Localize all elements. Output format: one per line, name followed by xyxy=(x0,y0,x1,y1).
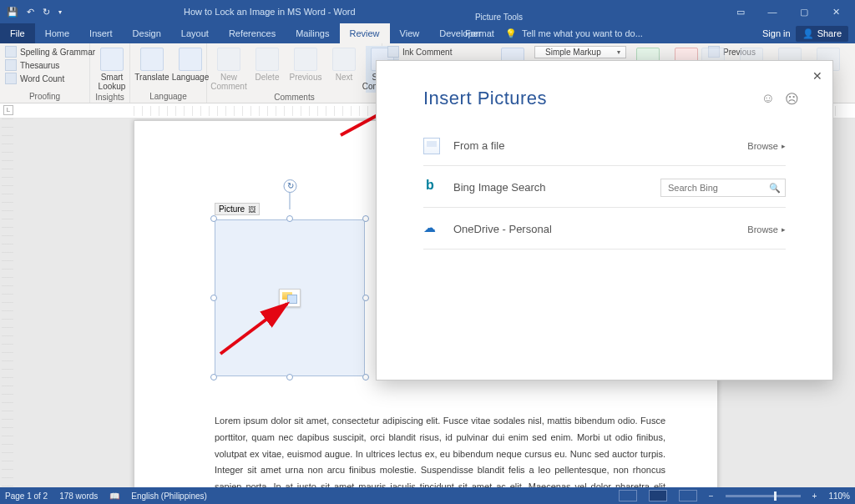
onedrive-icon xyxy=(423,221,440,238)
word-count-status[interactable]: 178 words xyxy=(59,491,98,501)
group-label-comments: Comments xyxy=(212,93,377,103)
resize-handle-n[interactable] xyxy=(286,215,293,222)
group-label-proofing: Proofing xyxy=(5,92,84,103)
search-icon[interactable]: 🔍 xyxy=(769,182,781,193)
zoom-slider[interactable] xyxy=(726,495,801,497)
document-title: How to Lock an Image in MS Word - Word xyxy=(184,7,356,17)
tab-review[interactable]: Review xyxy=(340,23,390,43)
tab-mailings[interactable]: Mailings xyxy=(286,23,339,43)
smart-lookup-icon xyxy=(100,48,124,71)
translate-button[interactable]: Translate xyxy=(135,46,169,83)
status-bar: Page 1 of 2 178 words 📖 English (Philipp… xyxy=(0,487,855,504)
body-paragraph[interactable]: Lorem ipsum dolor sit amet, consectetur … xyxy=(215,413,665,487)
picture-placeholder[interactable]: Picture xyxy=(215,219,365,376)
language-status[interactable]: English (Philippines) xyxy=(131,491,207,501)
ink-comment-button[interactable]: Ink Comment xyxy=(387,46,452,58)
titlebar: 💾 ↶ ↻ ▾ How to Lock an Image in MS Word … xyxy=(0,0,855,23)
word-count-button[interactable]: Word Count xyxy=(5,73,95,84)
resize-handle-se[interactable] xyxy=(362,374,369,381)
bing-search-row[interactable]: Bing Image Search 🔍 xyxy=(423,168,786,208)
redo-icon[interactable]: ↻ xyxy=(43,7,50,18)
tab-stop-selector[interactable]: L xyxy=(3,105,13,115)
web-layout-button[interactable] xyxy=(679,490,697,501)
thesaurus-icon xyxy=(5,59,17,71)
onedrive-label: OneDrive - Personal xyxy=(453,223,552,235)
chevron-right-icon: ▸ xyxy=(782,142,786,150)
language-icon xyxy=(179,48,202,71)
vertical-ruler[interactable] xyxy=(2,118,13,487)
minimize-button[interactable]: — xyxy=(756,0,788,23)
resize-handle-w[interactable] xyxy=(210,295,217,301)
next-comment-button[interactable]: Next xyxy=(327,46,361,83)
maximize-button[interactable]: ▢ xyxy=(788,0,820,23)
word-count-icon xyxy=(5,73,17,84)
picture-floating-label[interactable]: Picture xyxy=(215,203,260,215)
share-button[interactable]: 👤 Share xyxy=(796,26,848,42)
qat-dropdown-icon[interactable]: ▾ xyxy=(58,8,62,16)
delete-comment-icon xyxy=(255,48,279,71)
resize-handle-s[interactable] xyxy=(286,374,293,381)
next-comment-icon xyxy=(332,48,356,71)
feedback-sad-icon[interactable]: ☹ xyxy=(785,91,799,107)
chevron-right-icon: ▸ xyxy=(782,225,786,234)
quick-access-toolbar: 💾 ↶ ↻ ▾ xyxy=(0,7,62,18)
save-icon[interactable]: 💾 xyxy=(7,7,18,18)
group-label-language: Language xyxy=(135,92,201,103)
picture-placeholder-icon xyxy=(279,289,301,307)
rotate-handle[interactable] xyxy=(290,191,291,209)
translate-icon xyxy=(140,48,164,71)
resize-handle-nw[interactable] xyxy=(210,215,217,222)
spelling-grammar-button[interactable]: Spelling & Grammar xyxy=(5,46,95,58)
feedback-happy-icon[interactable]: ☺ xyxy=(761,91,775,107)
new-comment-button[interactable]: New Comment xyxy=(212,46,245,93)
tab-design[interactable]: Design xyxy=(123,23,171,43)
from-file-row[interactable]: From a file Browse▸ xyxy=(423,126,786,166)
thesaurus-button[interactable]: Thesaurus xyxy=(5,59,95,71)
page-indicator[interactable]: Page 1 of 2 xyxy=(5,491,48,501)
spell-check-icon xyxy=(5,46,17,58)
resize-handle-sw[interactable] xyxy=(210,374,217,381)
dialog-title: Insert Pictures xyxy=(423,88,547,109)
new-comment-icon xyxy=(217,48,240,71)
share-icon: 👤 xyxy=(802,28,814,39)
tab-home[interactable]: Home xyxy=(35,23,79,43)
onedrive-row[interactable]: OneDrive - Personal Browse▸ xyxy=(423,209,786,249)
zoom-in-button[interactable]: + xyxy=(812,491,817,501)
tell-me-box[interactable]: 💡 Tell me what you want to do... xyxy=(505,23,643,43)
picture-box[interactable] xyxy=(215,219,365,376)
markup-display-select[interactable]: Simple Markup xyxy=(534,46,626,58)
zoom-out-button[interactable]: − xyxy=(709,491,714,501)
language-button[interactable]: Language xyxy=(174,46,207,83)
group-label-insights: Insights xyxy=(95,93,124,103)
lightbulb-icon: 💡 xyxy=(505,28,517,39)
tab-references[interactable]: References xyxy=(219,23,286,43)
read-mode-button[interactable] xyxy=(619,490,637,501)
tab-layout[interactable]: Layout xyxy=(171,23,219,43)
tab-format[interactable]: Format xyxy=(455,23,504,43)
from-file-label: From a file xyxy=(453,139,504,152)
previous-comment-button[interactable]: Previous xyxy=(289,46,322,83)
delete-comment-button[interactable]: Delete xyxy=(250,46,284,83)
dialog-close-button[interactable]: ✕ xyxy=(812,69,822,83)
browse-file-link[interactable]: Browse▸ xyxy=(747,141,786,151)
undo-icon[interactable]: ↶ xyxy=(27,7,34,18)
bing-search-input[interactable] xyxy=(660,179,786,197)
share-label: Share xyxy=(817,28,842,38)
ribbon-display-icon[interactable]: ▭ xyxy=(725,0,756,23)
sign-in-link[interactable]: Sign in xyxy=(762,28,791,38)
smart-lookup-button[interactable]: Smart Lookup xyxy=(95,46,129,93)
tab-view[interactable]: View xyxy=(390,23,430,43)
zoom-level[interactable]: 110% xyxy=(828,491,850,501)
previous-comment-icon xyxy=(294,48,317,71)
resize-handle-ne[interactable] xyxy=(362,215,369,222)
browse-onedrive-link[interactable]: Browse▸ xyxy=(747,224,786,234)
close-window-button[interactable]: ✕ xyxy=(820,0,852,23)
contextual-tab-label: Picture Tools xyxy=(463,0,534,23)
print-layout-button[interactable] xyxy=(649,490,667,501)
tab-insert[interactable]: Insert xyxy=(79,23,123,43)
bing-label: Bing Image Search xyxy=(453,181,546,194)
tab-file[interactable]: File xyxy=(0,23,35,43)
resize-handle-e[interactable] xyxy=(362,295,369,301)
ribbon-tabs: File Home Insert Design Layout Reference… xyxy=(0,23,855,43)
proofing-status-icon[interactable]: 📖 xyxy=(109,491,119,501)
